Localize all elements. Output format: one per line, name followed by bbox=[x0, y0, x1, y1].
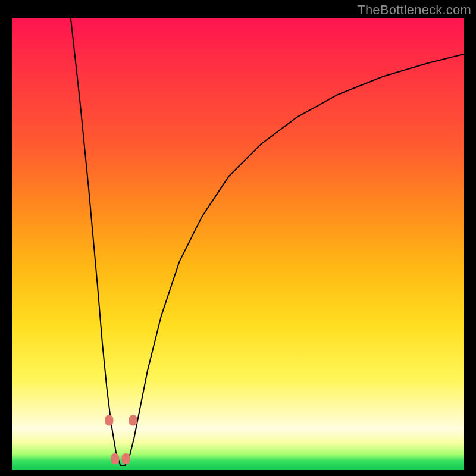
curve-markers bbox=[105, 415, 137, 464]
watermark-text: TheBottleneck.com bbox=[357, 2, 471, 18]
chart-svg bbox=[12, 18, 464, 470]
chart-frame bbox=[12, 18, 464, 470]
curve-marker bbox=[129, 415, 137, 425]
curve-marker bbox=[122, 453, 130, 464]
curve-marker bbox=[105, 415, 113, 425]
bottleneck-curve bbox=[71, 18, 464, 465]
curve-marker bbox=[111, 453, 119, 464]
